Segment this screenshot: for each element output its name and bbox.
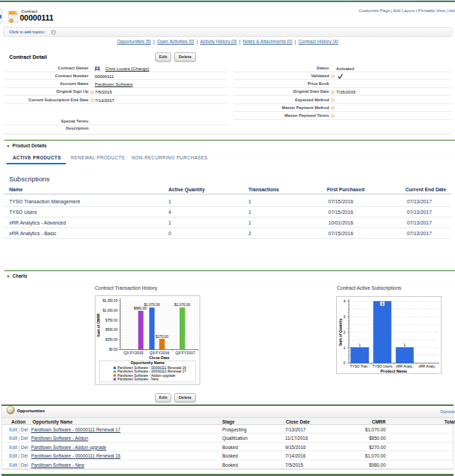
- svg-text:xRR Analy..: xRR Analy..: [418, 364, 437, 368]
- svg-text:TYSO Users: TYSO Users: [372, 364, 393, 368]
- svg-text:Q3 FY2015: Q3 FY2015: [124, 351, 144, 355]
- svg-text:1: 1: [359, 342, 361, 346]
- svg-text:Sum of Quantity: Sum of Quantity: [338, 318, 342, 346]
- svg-text:Q3 FY2017: Q3 FY2017: [175, 351, 195, 355]
- svg-text:Close Date: Close Date: [149, 356, 169, 360]
- svg-text:2: 2: [343, 329, 345, 334]
- svg-text:$1,000.00: $1,000.00: [103, 309, 117, 312]
- svg-text:3: 3: [343, 314, 345, 318]
- svg-text:$0.00: $0.00: [109, 348, 117, 351]
- svg-text:Q3 FY2016: Q3 FY2016: [149, 351, 169, 355]
- svg-text:4: 4: [381, 301, 384, 305]
- svg-text:0: 0: [343, 361, 345, 365]
- svg-text:$270.00: $270.00: [156, 334, 168, 339]
- svg-text:Opportunity Name: Opportunity Name: [131, 361, 165, 365]
- svg-text:4: 4: [343, 299, 345, 303]
- svg-text:Product Name: Product Name: [381, 368, 407, 373]
- svg-text:$1,070.00: $1,070.00: [144, 302, 159, 307]
- svg-text:xRR Analy..: xRR Analy..: [396, 364, 414, 368]
- svg-text:1: 1: [404, 342, 406, 346]
- svg-text:$500.00: $500.00: [105, 328, 117, 332]
- svg-text:Parditown Software - New: Parditown Software - New: [117, 377, 159, 381]
- svg-text:$750.00: $750.00: [105, 319, 117, 322]
- svg-text:$1,250.00: $1,250.00: [103, 299, 117, 302]
- svg-text:1: 1: [343, 345, 345, 349]
- svg-text:Sum of CMRR: Sum of CMRR: [96, 313, 100, 337]
- svg-text:TYSO Tran..: TYSO Tran..: [350, 364, 370, 368]
- svg-text:$250.00: $250.00: [105, 338, 117, 341]
- svg-text:$1,070.00: $1,070.00: [174, 302, 190, 307]
